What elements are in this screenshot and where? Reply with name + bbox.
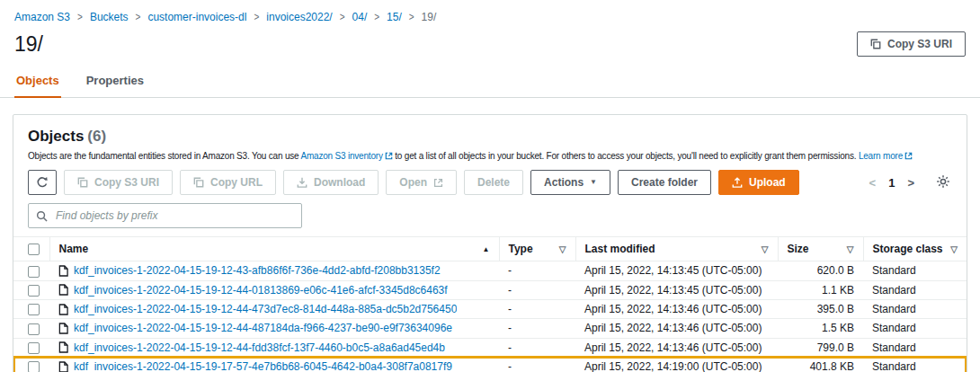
open-label: Open [399,176,427,189]
object-name-link[interactable]: kdf_invoices-1-2022-04-15-19-12-44-48718… [74,322,452,334]
table-header-row: Name ▲ Type ▽ Last modified ▽ [13,237,967,261]
external-link-icon [385,152,393,162]
breadcrumb-separator-icon: > [77,10,83,25]
sort-caret-icon[interactable]: ▽ [950,244,958,254]
column-header-size[interactable]: Size ▽ [778,237,863,261]
file-icon [58,284,68,296]
sort-ascending-icon[interactable]: ▲ [483,245,490,253]
sort-caret-icon[interactable]: ▽ [847,244,854,254]
objects-title-text: Objects [28,128,84,145]
object-size: 799.0 B [778,338,863,357]
copy-url-button[interactable]: Copy URL [180,170,276,195]
actions-label: Actions [544,176,584,189]
breadcrumb-link-amazon-s3[interactable]: Amazon S3 [14,11,70,23]
object-name-link[interactable]: kdf_invoices-1-2022-04-15-19-12-44-01813… [74,284,448,297]
delete-label: Delete [477,176,510,189]
object-last-modified: April 15, 2022, 14:13:46 (UTC-05:00) [575,299,778,318]
tab-properties[interactable]: Properties [85,66,146,97]
row-checkbox[interactable] [28,285,40,297]
column-header-name[interactable]: Name ▲ [49,237,499,261]
upload-icon [732,177,743,188]
tab-objects-label: Objects [16,74,59,87]
delete-button[interactable]: Delete [464,170,523,195]
column-label-storage-class: Storage class [873,243,943,255]
breadcrumb-separator-icon: > [254,10,259,25]
object-size: 620.0 B [778,261,863,280]
breadcrumb-separator-icon: > [409,10,414,25]
object-name-link[interactable]: kdf_invoices-1-2022-04-15-19-12-44-473d7… [74,303,457,315]
external-link-icon [904,152,913,162]
table-row-highlighted: kdf_invoices-1-2022-04-15-19-17-57-4e7b6… [13,357,967,372]
column-header-storage-class[interactable]: Storage class ▽ [863,237,967,261]
open-button[interactable]: Open [386,170,457,195]
learn-more-link[interactable]: Learn more [859,151,903,161]
object-last-modified: April 15, 2022, 14:13:45 (UTC-05:00) [575,261,778,280]
select-all-checkbox[interactable] [28,244,40,255]
table-row: kdf_invoices-1-2022-04-15-19-12-44-48718… [13,319,967,338]
row-checkbox[interactable] [28,266,40,278]
download-button[interactable]: Download [283,170,379,195]
breadcrumb-link-bucket[interactable]: customer-invoices-dl [147,11,246,23]
row-checkbox[interactable] [28,342,40,354]
current-page-button[interactable]: 1 [888,176,895,190]
next-page-icon[interactable]: > [904,174,918,191]
search-box [28,203,302,228]
create-folder-button[interactable]: Create folder [618,170,711,195]
breadcrumb-link-invoices2022[interactable]: invoices2022/ [266,11,332,23]
refresh-button[interactable] [28,170,57,195]
column-header-type[interactable]: Type ▽ [499,237,575,261]
column-header-last-modified[interactable]: Last modified ▽ [575,237,778,261]
tab-properties-label: Properties [86,74,144,87]
object-size: 1.1 KB [778,280,863,299]
copy-s3-uri-button[interactable]: Copy S3 URI [64,170,173,195]
breadcrumb-separator-icon: > [340,10,345,25]
file-icon [58,323,68,334]
breadcrumb-link-buckets[interactable]: Buckets [90,11,129,23]
preferences-button[interactable] [934,173,952,193]
row-checkbox[interactable] [28,323,40,335]
table-row: kdf_invoices-1-2022-04-15-19-12-44-fdd38… [13,338,967,357]
object-storage-class: Standard [863,338,967,357]
file-icon [58,361,68,372]
s3-inventory-link[interactable]: Amazon S3 inventory [300,151,382,161]
copy-icon [870,39,881,49]
object-type: - [499,299,575,318]
column-label-last-modified: Last modified [585,243,655,255]
previous-page-icon[interactable]: < [866,174,880,191]
copy-icon [193,177,204,188]
object-storage-class: Standard [863,299,967,318]
sort-caret-icon[interactable]: ▽ [762,244,769,254]
copy-s3-uri-header-label: Copy S3 URI [887,38,952,50]
copy-s3-uri-label: Copy S3 URI [94,176,159,189]
upload-button[interactable]: Upload [718,170,799,195]
objects-description: Objects are the fundamental entities sto… [28,151,952,162]
object-name-link[interactable]: kdf_invoices-1-2022-04-15-19-12-43-afb86… [74,264,441,277]
object-size: 395.0 B [778,299,863,318]
tab-bar: Objects Properties [0,66,980,98]
object-size: 401.8 KB [778,357,863,372]
table-row: kdf_invoices-1-2022-04-15-19-12-43-afb86… [13,261,967,280]
search-input[interactable] [28,203,302,228]
tab-objects[interactable]: Objects [14,66,61,97]
copy-s3-uri-header-button[interactable]: Copy S3 URI [857,31,966,57]
objects-panel-title: Objects(6) [28,128,952,146]
breadcrumb-link-15[interactable]: 15/ [387,11,402,23]
file-icon [58,341,68,353]
objects-toolbar: Copy S3 URI Copy URL Download Open Delet… [13,162,967,195]
object-type: - [499,357,575,372]
row-checkbox[interactable] [28,304,40,315]
actions-dropdown-button[interactable]: Actions ▼ [530,170,610,195]
download-icon [297,177,307,188]
copy-icon [77,177,88,188]
breadcrumb: Amazon S3 > Buckets > customer-invoices-… [0,0,980,23]
external-link-icon [433,178,443,188]
sort-caret-icon[interactable]: ▽ [559,244,566,254]
description-text: Objects are the fundamental entities sto… [28,151,300,161]
object-name-link[interactable]: kdf_invoices-1-2022-04-15-19-12-44-fdd38… [74,341,445,354]
breadcrumb-link-04[interactable]: 04/ [352,11,368,23]
select-all-header [13,237,49,261]
breadcrumb-current: 19/ [422,11,437,23]
object-name-link[interactable]: kdf_invoices-1-2022-04-15-19-17-57-4e7b6… [74,360,452,372]
row-checkbox[interactable] [28,361,40,372]
pagination: < 1 > [866,174,918,191]
